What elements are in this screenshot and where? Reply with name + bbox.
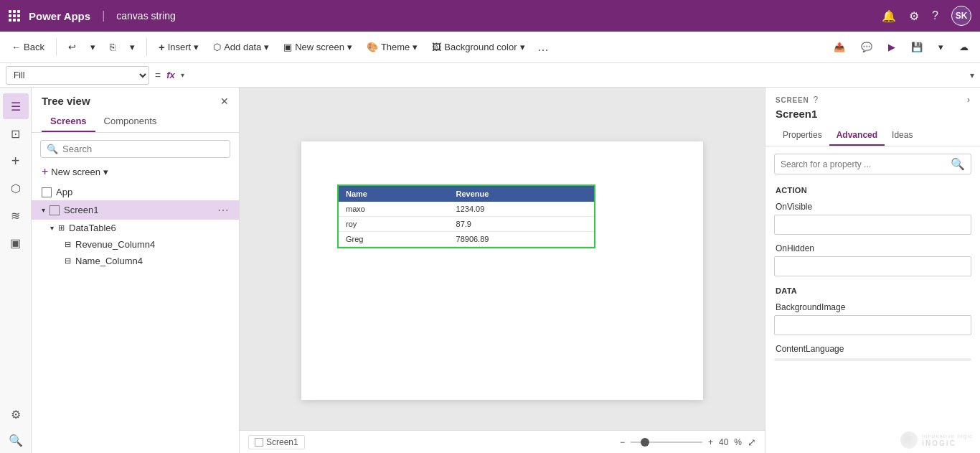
app-grid-menu[interactable]: [9, 10, 20, 22]
fullscreen-icon[interactable]: ⤢: [748, 436, 756, 448]
avatar[interactable]: SK: [951, 6, 971, 26]
tree-item-revenue-col4[interactable]: ⊟ Revenue_Column4: [32, 236, 239, 253]
formula-expand-icon[interactable]: ▾: [970, 70, 974, 80]
comment-button[interactable]: 💬: [855, 39, 878, 55]
dt6-icon: ⊞: [58, 223, 65, 233]
add-data-caret-icon: ▾: [264, 42, 269, 52]
formula-input[interactable]: [190, 66, 964, 85]
rp-header: SCREEN ? ›: [765, 88, 980, 105]
data-table-container[interactable]: Name Revenue maxo 1234.09 roy 87.9: [337, 185, 595, 248]
toolbar-more-button[interactable]: ...: [534, 37, 553, 57]
tree-item-screen1[interactable]: ▾ Screen1 ⋯: [32, 200, 239, 220]
sidebar-item-data[interactable]: ⬡: [3, 175, 29, 201]
deploy-icon: ☁: [959, 42, 969, 52]
zoom-controls: − + 40 % ⤢: [620, 436, 756, 448]
insert-caret-icon: ▾: [194, 42, 199, 52]
col-header-name: Name: [339, 186, 449, 202]
new-screen-button[interactable]: ▣ New screen ▾: [278, 39, 358, 55]
save-dropdown[interactable]: ▾: [933, 39, 949, 55]
rp-screen-name: Screen1: [765, 105, 980, 126]
rp-on-hidden-label: OnHidden: [765, 239, 980, 255]
insert-button[interactable]: + Insert ▾: [153, 38, 204, 56]
save-button[interactable]: 💾: [905, 39, 928, 55]
undo-button[interactable]: ↩: [62, 39, 82, 55]
app-icon: [42, 187, 52, 197]
publish-button[interactable]: 📤: [828, 39, 851, 55]
copy-button[interactable]: ⎘: [104, 39, 121, 55]
zoom-slider[interactable]: [631, 442, 702, 443]
back-button[interactable]: ← Back: [6, 39, 50, 55]
property-selector[interactable]: Fill: [6, 66, 149, 85]
toolbar-separator-1: [56, 39, 57, 56]
tab-components[interactable]: Components: [95, 111, 166, 132]
rp-tab-properties[interactable]: Properties: [776, 126, 829, 146]
sidebar-item-layers[interactable]: ⊡: [3, 121, 29, 146]
zoom-in-icon[interactable]: +: [708, 437, 713, 447]
screen1-caret-icon: ▾: [42, 206, 45, 214]
undo-dropdown[interactable]: ▾: [85, 39, 101, 55]
tree-item-name-col4[interactable]: ⊟ Name_Column4: [32, 253, 239, 269]
add-data-button[interactable]: ⬡ Add data ▾: [207, 39, 275, 55]
tree-tabs: Screens Components: [32, 111, 239, 133]
tree-item-app[interactable]: App: [32, 184, 239, 200]
table-row: maxo 1234.09: [339, 202, 594, 217]
tree-search-container: 🔍: [40, 140, 230, 158]
theme-icon: 🎨: [367, 42, 378, 52]
comment-icon: 💬: [861, 42, 872, 52]
rp-bg-image-input[interactable]: [774, 315, 971, 335]
sidebar-item-insert[interactable]: +: [3, 148, 29, 174]
watermark-text: innovative logic iNOGiC: [922, 433, 973, 447]
sidebar-item-variables[interactable]: ≋: [3, 202, 29, 228]
deploy-button[interactable]: ☁: [953, 39, 974, 55]
theme-button[interactable]: 🎨 Theme ▾: [361, 39, 423, 55]
sidebar-item-tree-view[interactable]: ☰: [3, 93, 29, 119]
rp-expand-icon[interactable]: ›: [967, 95, 970, 105]
rp-search-container: 🔍: [774, 154, 971, 174]
rp-tabs: Properties Advanced Ideas: [765, 126, 980, 146]
rp-on-hidden-input[interactable]: [774, 256, 971, 276]
tree-panel-title: Tree view: [42, 95, 90, 107]
screen1-screen-icon: [50, 205, 60, 215]
equals-icon[interactable]: =: [155, 70, 161, 81]
fx-label[interactable]: fx: [166, 70, 175, 80]
settings-icon[interactable]: ⚙: [909, 9, 919, 23]
rp-content: 🔍 ACTION OnVisible OnHidden DATA Backgro…: [765, 146, 980, 427]
rp-search-input[interactable]: [781, 159, 946, 169]
background-color-button[interactable]: 🖼 Background color ▾: [426, 39, 530, 55]
rp-tab-advanced[interactable]: Advanced: [829, 126, 885, 146]
tab-screens[interactable]: Screens: [42, 111, 95, 132]
notification-icon[interactable]: 🔔: [882, 9, 896, 23]
sidebar-item-search[interactable]: 🔍: [3, 427, 29, 453]
tree-header: Tree view ✕: [32, 88, 239, 111]
project-name: canvas string: [116, 10, 175, 22]
tree-close-button[interactable]: ✕: [220, 95, 229, 107]
copy-dropdown[interactable]: ▾: [124, 39, 141, 55]
name-col-icon: ⊟: [65, 256, 71, 266]
rp-help-icon[interactable]: ?: [813, 95, 818, 105]
add-data-icon: ⬡: [213, 42, 221, 52]
new-screen-plus-icon: +: [42, 165, 48, 178]
canvas-frame[interactable]: Name Revenue maxo 1234.09 roy 87.9: [301, 141, 703, 400]
help-icon[interactable]: ?: [932, 9, 938, 22]
sidebar-item-media[interactable]: ▣: [3, 230, 29, 256]
rp-action-section: ACTION: [765, 180, 980, 197]
screen1-more-icon[interactable]: ⋯: [217, 203, 229, 217]
top-bar: Power Apps | canvas string 🔔 ⚙ ? SK: [0, 0, 980, 32]
tree-search-input[interactable]: [62, 144, 224, 154]
zoom-out-icon[interactable]: −: [620, 437, 625, 447]
save-icon: 💾: [911, 42, 923, 52]
rp-search-icon: 🔍: [951, 157, 965, 171]
row3-revenue: 78906.89: [449, 231, 594, 246]
new-screen-caret-icon: ▾: [347, 42, 352, 52]
rp-on-visible-input[interactable]: [774, 215, 971, 235]
insert-plus-icon: +: [159, 41, 165, 53]
rp-tab-ideas[interactable]: Ideas: [885, 126, 920, 146]
copy-caret-icon: ▾: [130, 42, 135, 52]
play-button[interactable]: ▶: [882, 39, 901, 55]
rp-bg-image-label: BackgroundImage: [765, 298, 980, 314]
grid-icon[interactable]: [9, 10, 20, 22]
sidebar-item-settings[interactable]: ⚙: [3, 401, 29, 427]
new-screen-btn[interactable]: + New screen ▾: [32, 162, 239, 181]
tree-item-datatable6[interactable]: ▾ ⊞ DataTable6: [32, 220, 239, 236]
watermark-circle-icon: [900, 431, 918, 449]
